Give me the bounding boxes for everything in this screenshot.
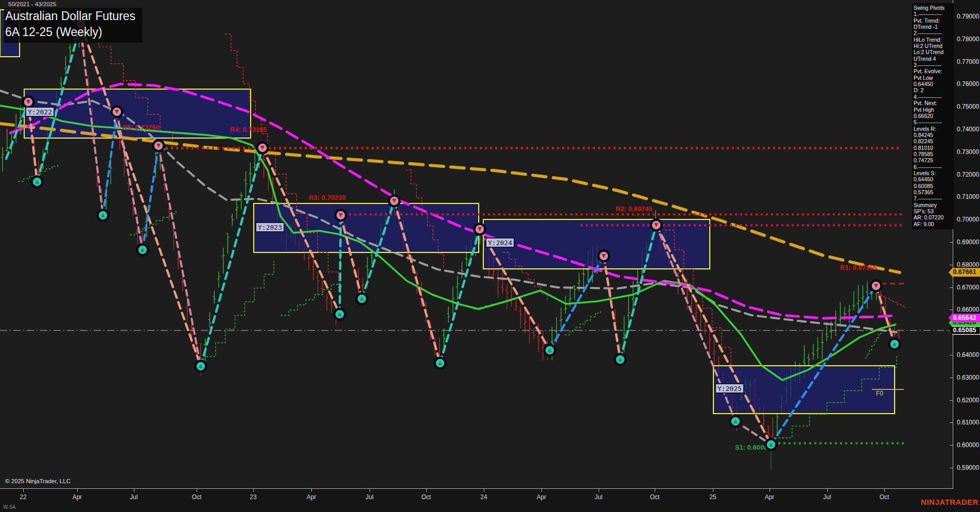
year-range-box[interactable]	[254, 203, 479, 252]
swing-pivots-panel-line: Pvt. Trend:	[914, 18, 953, 24]
price-axis-label: 0.63000	[957, 374, 979, 381]
price-axis-label: 0.79000	[957, 13, 979, 20]
price-axis-label: 0.70000	[957, 216, 979, 223]
visible-range-label: 50/2021 - 43/2025	[8, 1, 56, 7]
time-axis-tick	[655, 489, 655, 492]
price-axis-tick	[950, 400, 953, 401]
price-axis-tick	[950, 287, 953, 288]
level-label-r1: R1: 0.67155	[840, 264, 877, 271]
price-marker-tag: 0.65642	[949, 314, 980, 322]
time-axis-tick	[713, 489, 713, 492]
swing-pivots-panel-line: 0.60085	[914, 183, 953, 189]
swing-pivots-panel-line: AR: 0.07220	[914, 214, 953, 220]
price-axis-label: 0.67000	[957, 284, 979, 291]
swing-pivots-panel-line: UTrend 4	[914, 56, 953, 62]
price-axis-label: 0.74000	[957, 126, 979, 133]
swing-pivots-panel-line: Levels R:	[914, 126, 953, 132]
price-axis-label: 0.76000	[957, 80, 979, 88]
level-label-r4: R4: 0.73165	[230, 126, 267, 133]
price-marker-tag: 0.67661	[949, 268, 980, 277]
price-axis[interactable]: 0.790000.780000.770000.760000.750000.740…	[953, 0, 980, 488]
swing-pivots-panel-line: 0.64450	[914, 176, 953, 182]
time-axis-tick	[23, 489, 24, 492]
time-axis-label: Apr	[307, 493, 317, 501]
swing-pivots-panel-line: Levels S:	[914, 170, 953, 176]
period-instrument-label: W 6A	[3, 504, 15, 510]
price-axis-tick	[950, 468, 953, 468]
time-axis-tick	[484, 489, 484, 492]
swing-pivots-panel-line: 0.78585	[914, 151, 953, 157]
price-axis-label: 0.60000	[957, 441, 979, 449]
price-axis-label: 0.75000	[957, 103, 979, 110]
time-axis-tick	[77, 489, 78, 492]
time-axis-tick	[769, 489, 770, 492]
copyright-label: © 2025 NinjaTrader, LLC	[5, 478, 71, 484]
price-axis-label: 0.66000	[957, 306, 979, 313]
year-tag-label: Y:2023	[258, 224, 282, 231]
level-label-r2: R2: 0.69745	[616, 205, 653, 213]
swing-pivots-panel-line: AF: 9.00	[914, 221, 953, 227]
swing-zigzag-segment	[201, 148, 262, 366]
swing-pivots-panel-line: Pvt. Evolve:	[914, 68, 953, 74]
swing-pivots-panel-line: SP's: 53	[914, 208, 953, 214]
level-label-r3: R3: 0.70230	[309, 194, 346, 201]
swing-pivots-panel-line: 1.-------------	[914, 11, 953, 17]
year-tag-label: Y:2024	[488, 239, 512, 247]
swing-pivots-panel-line: DTrend -1	[914, 24, 953, 30]
swing-pivots-panel-line: Pvt Low	[914, 75, 953, 81]
price-axis-tick	[950, 265, 953, 265]
price-axis-label: 0.62000	[957, 397, 979, 404]
time-axis-label: Jul	[365, 493, 373, 501]
ninjatrader-logo: NINJATRADER	[921, 498, 978, 506]
swing-pivots-panel-line: Pvt. Next:	[914, 100, 953, 106]
time-axis-label: Oct	[650, 493, 660, 501]
swing-pivots-panel[interactable]: Swing Pivots 1.-------------Pvt. Trend:D…	[912, 3, 954, 229]
time-axis-tick	[599, 489, 599, 492]
time-axis-label: Apr	[73, 493, 82, 501]
swing-pivots-panel-line: 0.64450	[914, 81, 953, 87]
time-axis-label: 23	[250, 493, 256, 501]
time-axis-tick	[311, 489, 312, 492]
time-axis-label: 24	[480, 493, 487, 501]
f0-label: F0	[876, 390, 883, 397]
chart-plot-area[interactable]: R5: 0.73250R4: 0.73165R3: 0.70230R2: 0.6…	[0, 0, 953, 488]
time-axis-label: Oct	[192, 493, 202, 501]
swing-pivots-panel-line: 0.57365	[914, 189, 953, 195]
price-axis-label: 0.73000	[957, 148, 979, 156]
price-axis-label: 0.72000	[957, 171, 979, 178]
swing-zigzag-alt-segment	[159, 146, 201, 366]
price-axis-label: 0.68000	[957, 261, 979, 268]
swing-pivots-panel-line: D: 2	[914, 87, 953, 93]
swing-pivots-panel-line: 3.-------------	[914, 62, 953, 68]
time-axis-tick	[827, 489, 828, 492]
swing-pivots-panel-line: Hi:2 UTrend	[914, 43, 953, 49]
swing-zigzag-segment	[81, 24, 201, 366]
price-axis-tick	[950, 310, 953, 310]
instrument-title: Australian Dollar Futures	[5, 8, 135, 24]
time-axis-label: 22	[20, 493, 26, 501]
swing-pivots-panel-line: 0.84245	[914, 132, 953, 138]
price-axis-label: 0.71000	[957, 193, 979, 200]
time-axis-tick	[253, 489, 254, 492]
swing-pivots-panel-line: Pvt High	[914, 107, 953, 113]
level-label-r5: R5: 0.73250	[122, 124, 160, 131]
time-axis-tick	[541, 489, 542, 492]
time-axis-tick	[426, 489, 427, 492]
price-axis-label: 0.61000	[957, 419, 979, 426]
year-tag-label: Y:2022	[28, 108, 52, 116]
time-axis[interactable]: 22AprJulOct23AprJulOct24AprJulOct25AprJu…	[0, 488, 953, 504]
year-tag-label: Y:2025	[717, 385, 742, 392]
swing-pivots-panel-line: 0.81010	[914, 145, 953, 151]
time-axis-label: 25	[709, 493, 716, 501]
swing-zigzag-segment	[340, 215, 341, 314]
price-axis-tick	[950, 445, 953, 446]
swing-pivots-panel-line: Lo:2 UTrend	[914, 49, 953, 55]
swing-pivots-panel-line: 7.-------------	[914, 195, 953, 201]
price-axis-label: 0.64000	[957, 351, 979, 359]
contract-interval-label: 6A 12-25 (Weekly)	[5, 24, 135, 40]
price-axis-tick	[950, 378, 953, 378]
price-axis-label: 0.69000	[957, 238, 979, 246]
chart-title-block: Australian Dollar Futures 6A 12-25 (Week…	[4, 8, 143, 43]
time-axis-label: Jul	[130, 493, 137, 501]
price-chart-canvas[interactable]: R5: 0.73250R4: 0.73165R3: 0.70230R2: 0.6…	[0, 0, 953, 488]
